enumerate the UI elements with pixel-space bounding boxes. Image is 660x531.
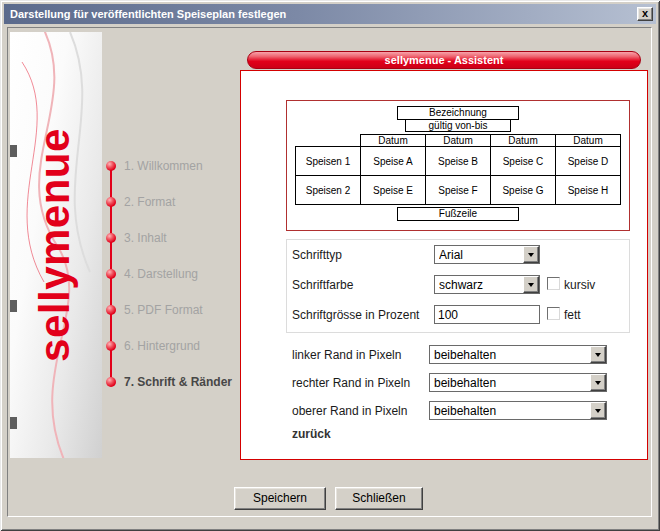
schriftfarbe-selected-value: schwarz xyxy=(439,278,521,292)
rechter-rand-selected-value: beibehalten xyxy=(434,376,588,390)
rechter-rand-label: rechter Rand in Pixeln xyxy=(292,376,410,390)
close-icon[interactable]: x xyxy=(637,7,653,21)
schriftgroesse-input[interactable] xyxy=(434,305,540,324)
wizard-step-1[interactable]: 1. Willkommen xyxy=(104,148,244,184)
window-title: Darstellung für veröffentlichten Speisep… xyxy=(4,8,286,20)
schrifttyp-label: Schrifttyp xyxy=(292,248,342,262)
preview-header-row: Datum Datum Datum Datum xyxy=(296,135,621,147)
preview-bezeichnung-box: Bezeichnung xyxy=(397,106,519,120)
step-label: 1. Willkommen xyxy=(104,148,244,184)
preview-cell: Speise A xyxy=(361,147,426,176)
oberer-rand-selected-value: beibehalten xyxy=(434,404,588,418)
linker-rand-selected-value: beibehalten xyxy=(434,348,588,362)
step-bullet-icon xyxy=(106,377,116,387)
sidebar-artwork: sellymenue xyxy=(10,32,102,458)
preview-cell: Speise F xyxy=(426,176,491,205)
schriftfarbe-label: Schriftfarbe xyxy=(292,278,353,292)
wizard-step-6[interactable]: 6. Hintergrund xyxy=(104,328,244,364)
step-label: 3. Inhalt xyxy=(104,220,244,256)
wizard-step-5[interactable]: 5. PDF Format xyxy=(104,292,244,328)
step-label: 4. Darstellung xyxy=(104,256,244,292)
step-label: 2. Format xyxy=(104,184,244,220)
step-bullet-icon xyxy=(106,233,116,243)
schrifttyp-select[interactable]: Arial xyxy=(434,245,540,264)
wizard-step-4[interactable]: 4. Darstellung xyxy=(104,256,244,292)
rechter-rand-select[interactable]: beibehalten xyxy=(429,373,607,392)
preview-gueltig-box: gültig von-bis xyxy=(405,119,511,132)
step-bullet-icon xyxy=(106,197,116,207)
step-label: 6. Hintergrund xyxy=(104,328,244,364)
schrifttyp-selected-value: Arial xyxy=(439,248,521,262)
preview-cell: Speise G xyxy=(491,176,556,205)
preview-empty-header xyxy=(296,135,361,147)
wizard-steps: 1. Willkommen 2. Format 3. Inhalt 4. Dar… xyxy=(104,148,244,400)
assistant-panel: sellymenue - Assistent Bezeichnung gülti… xyxy=(240,70,648,460)
preview-table: Datum Datum Datum Datum Speisen 1 Speise… xyxy=(295,134,621,205)
dialog-content: sellymenue 1. Willkommen 2. Format 3. In… xyxy=(7,27,652,517)
schriftfarbe-select[interactable]: schwarz xyxy=(434,275,540,294)
preview-cell: Speise E xyxy=(361,176,426,205)
assistant-header: sellymenue - Assistent xyxy=(247,51,641,69)
preview-cell: Speise H xyxy=(556,176,621,205)
kursiv-label: kursiv xyxy=(564,278,595,292)
preview-col-header: Datum xyxy=(361,135,426,147)
preview-row-header: Speisen 1 xyxy=(296,147,361,176)
preview-row-header: Speisen 2 xyxy=(296,176,361,205)
preview-cell: Speise D xyxy=(556,147,621,176)
step-bullet-icon xyxy=(106,305,116,315)
wizard-step-7-active[interactable]: 7. Schrift & Ränder xyxy=(104,364,244,400)
dropdown-arrow-icon[interactable] xyxy=(523,246,539,263)
fett-label: fett xyxy=(564,308,581,322)
zurueck-link[interactable]: zurück xyxy=(292,427,331,441)
preview-col-header: Datum xyxy=(556,135,621,147)
sidebar-square-decoration xyxy=(10,145,17,157)
linker-rand-label: linker Rand in Pixeln xyxy=(292,348,401,362)
oberer-rand-label: oberer Rand in Pixeln xyxy=(292,404,407,418)
preview-row-2: Speisen 2 Speise E Speise F Speise G Spe… xyxy=(296,176,621,205)
sidebar-square-decoration xyxy=(10,300,17,312)
preview-col-header: Datum xyxy=(491,135,556,147)
step-bullet-icon xyxy=(106,341,116,351)
wizard-step-2[interactable]: 2. Format xyxy=(104,184,244,220)
sellymenue-logo: sellymenue xyxy=(31,35,81,455)
layout-preview: Bezeichnung gültig von-bis Datum Datum D… xyxy=(286,100,630,231)
dropdown-arrow-icon[interactable] xyxy=(590,346,606,363)
speichern-button[interactable]: Speichern xyxy=(234,487,326,510)
dropdown-arrow-icon[interactable] xyxy=(590,374,606,391)
dialog-window: Darstellung für veröffentlichten Speisep… xyxy=(0,0,660,531)
dropdown-arrow-icon[interactable] xyxy=(590,402,606,419)
kursiv-checkbox[interactable] xyxy=(547,277,560,290)
step-label: 7. Schrift & Ränder xyxy=(104,364,244,400)
oberer-rand-select[interactable]: beibehalten xyxy=(429,401,607,420)
titlebar[interactable]: Darstellung für veröffentlichten Speisep… xyxy=(4,4,656,24)
schriftgroesse-label: Schriftgrösse in Prozent xyxy=(292,308,419,322)
linker-rand-select[interactable]: beibehalten xyxy=(429,345,607,364)
preview-col-header: Datum xyxy=(426,135,491,147)
fett-checkbox[interactable] xyxy=(547,307,560,320)
step-label: 5. PDF Format xyxy=(104,292,244,328)
sidebar-square-decoration xyxy=(10,417,17,429)
preview-cell: Speise B xyxy=(426,147,491,176)
preview-cell: Speise C xyxy=(491,147,556,176)
step-bullet-icon xyxy=(106,161,116,171)
wizard-step-3[interactable]: 3. Inhalt xyxy=(104,220,244,256)
schliessen-button[interactable]: Schließen xyxy=(335,487,423,510)
dropdown-arrow-icon[interactable] xyxy=(523,276,539,293)
preview-fusszeile-box: Fußzeile xyxy=(397,207,519,221)
step-bullet-icon xyxy=(106,269,116,279)
preview-row-1: Speisen 1 Speise A Speise B Speise C Spe… xyxy=(296,147,621,176)
